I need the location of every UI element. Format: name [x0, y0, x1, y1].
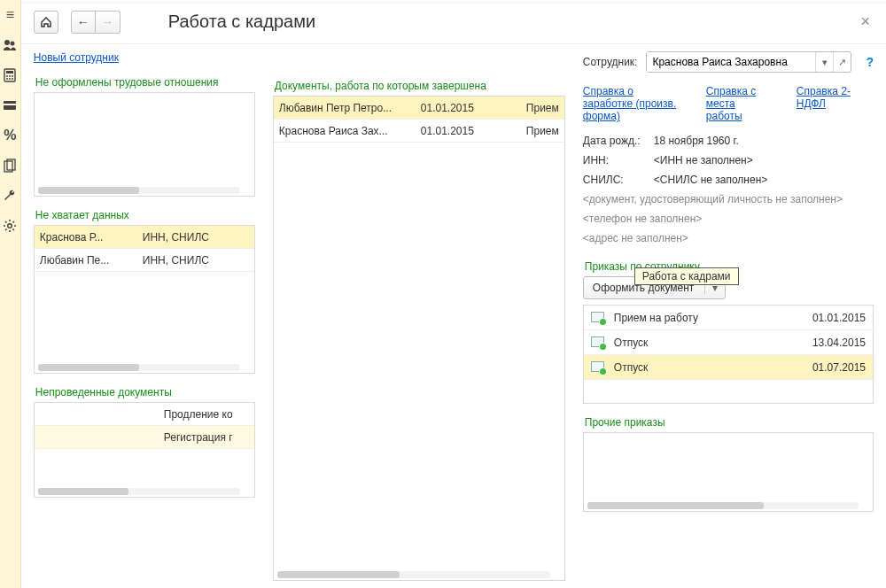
other-orders-header: Прочие приказы [585, 416, 874, 429]
cell-name: Краснова Р... [40, 231, 137, 244]
people-icon[interactable] [2, 37, 18, 53]
cell-fields: ИНН, СНИЛС [137, 231, 249, 244]
order-title: Прием на работу [614, 312, 804, 324]
table-row[interactable]: Краснова Р...ИНН, СНИЛС [35, 226, 254, 249]
svg-point-6 [12, 75, 13, 77]
svg-point-4 [6, 75, 8, 77]
order-title: Отпуск [614, 337, 804, 349]
svg-line-19 [5, 221, 7, 223]
menu-icon[interactable]: ≡ [2, 7, 18, 23]
employee-selector[interactable]: ▾ ↗ [646, 51, 851, 73]
ndfl-link[interactable]: Справка 2-НДФЛ [797, 85, 874, 122]
open-button[interactable]: ↗ [833, 52, 851, 72]
svg-line-20 [13, 229, 15, 231]
dob-label: Дата рожд.: [583, 135, 654, 147]
document-icon [591, 312, 605, 324]
close-button[interactable]: × [857, 12, 874, 31]
svg-line-21 [5, 229, 7, 231]
snils-value: <СНИЛС не заполнен> [654, 174, 768, 186]
order-date: 13.04.2015 [812, 337, 866, 349]
cell-date: 01.01.2015 [421, 102, 501, 114]
back-button[interactable]: ← [71, 11, 96, 34]
no-relations-header: Не оформлены трудовые отношения [35, 76, 255, 89]
other-orders-box[interactable] [583, 432, 874, 512]
completed-docs-header: Документы, работа по которым завершена [275, 80, 565, 92]
scrollbar[interactable] [38, 488, 240, 495]
table-row[interactable]: Регистрация г [35, 426, 254, 449]
order-date: 01.01.2015 [812, 312, 866, 324]
order-row[interactable]: Отпуск13.04.2015 [584, 330, 873, 355]
order-row[interactable]: Прием на работу01.01.2015 [584, 306, 873, 330]
cell: Продление ко [164, 408, 249, 421]
tooltip: Работа с кадрами [634, 267, 739, 285]
table-row[interactable]: Краснова Раиса Зах...01.01.2015Прием [274, 120, 564, 143]
missing-data-box: Краснова Р...ИНН, СНИЛСЛюбавин Пе...ИНН,… [34, 225, 255, 374]
svg-point-1 [11, 42, 15, 46]
dob-value: 18 ноября 1960 г. [654, 135, 739, 147]
cell-type: Прием [501, 102, 559, 114]
cell-name: Любавин Пе... [40, 254, 137, 267]
new-employee-link[interactable]: Новый сотрудник [34, 51, 255, 64]
cell-date: 01.01.2015 [421, 125, 501, 137]
forward-button: → [96, 11, 120, 34]
missing-data-header: Не хватает данных [35, 209, 255, 221]
table-row[interactable]: Любавин Пе...ИНН, СНИЛС [35, 249, 254, 272]
scrollbar[interactable] [277, 571, 550, 578]
doc-id-placeholder: <документ, удостоверяющий личность не за… [583, 193, 874, 205]
svg-point-9 [12, 78, 13, 80]
inn-value: <ИНН не заполнен> [654, 154, 753, 166]
completed-docs-box: Любавин Петр Петро...01.01.2015ПриемКрас… [273, 96, 565, 581]
svg-point-8 [9, 78, 11, 80]
scrollbar[interactable] [38, 187, 240, 194]
table-row[interactable]: Продление ко [35, 403, 254, 426]
dropdown-button[interactable]: ▾ [815, 52, 833, 72]
scrollbar[interactable] [587, 502, 859, 509]
titlebar: ← → Работа с кадрами × [21, 0, 886, 44]
cell-name: Любавин Петр Петро... [279, 102, 421, 114]
svg-rect-11 [4, 104, 16, 105]
document-icon [591, 361, 605, 374]
cell-name: Краснова Раиса Зах... [279, 125, 421, 137]
svg-point-5 [9, 75, 11, 77]
employee-label: Сотрудник: [583, 56, 638, 68]
order-title: Отпуск [614, 361, 804, 374]
percent-icon[interactable]: % [2, 128, 18, 143]
cell-fields: ИНН, СНИЛС [137, 254, 249, 267]
gear-icon[interactable] [2, 218, 18, 234]
unposted-box: Продление коРегистрация г [34, 402, 255, 498]
employee-input[interactable] [647, 52, 815, 72]
svg-point-7 [6, 78, 8, 80]
card-icon[interactable] [2, 97, 18, 113]
table-row[interactable]: Любавин Петр Петро...01.01.2015Прием [274, 97, 564, 120]
cell-type: Прием [501, 125, 559, 137]
document-icon [591, 337, 605, 349]
inn-label: ИНН: [583, 154, 654, 166]
svg-point-0 [4, 40, 10, 45]
cell: Регистрация г [164, 431, 249, 444]
orders-list: Прием на работу01.01.2015Отпуск13.04.201… [583, 305, 874, 404]
unposted-header: Непроведенные документы [35, 386, 255, 398]
svg-rect-3 [6, 71, 13, 74]
snils-label: СНИЛС: [583, 174, 654, 186]
salary-cert-link[interactable]: Справка о заработке (произв. форма) [583, 85, 681, 122]
copy-icon[interactable] [2, 158, 18, 174]
wrench-icon[interactable] [2, 188, 18, 204]
left-icon-rail: ≡ % [0, 0, 21, 588]
address-placeholder: <адрес не заполнен> [583, 232, 874, 244]
order-row[interactable]: Отпуск01.07.2015 [584, 355, 873, 380]
scrollbar[interactable] [38, 364, 240, 371]
home-button[interactable] [34, 11, 58, 34]
svg-line-22 [13, 221, 15, 223]
no-relations-box[interactable] [34, 92, 255, 197]
help-icon[interactable]: ? [866, 55, 874, 69]
phone-placeholder: <телефон не заполнен> [583, 213, 874, 225]
work-cert-link[interactable]: Справка с места работы [706, 85, 772, 122]
order-date: 01.07.2015 [812, 361, 866, 374]
calculator-icon[interactable] [2, 67, 18, 83]
page-title: Работа с кадрами [168, 12, 315, 32]
svg-point-14 [8, 224, 12, 228]
